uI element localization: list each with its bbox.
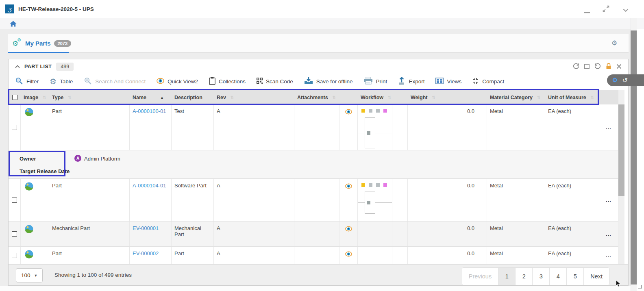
attachments-cell [294,179,339,221]
row-checkbox[interactable] [9,247,21,264]
table-row[interactable]: Part A-0000100-01 Test A 0.0 Metal EA (e… [9,104,618,150]
pagination-page-4[interactable]: 4 [549,268,566,285]
table-row[interactable]: Mechanical Part EV-000001 Mechanical Par… [9,222,618,247]
unit-of-measure-cell: EA (each) [545,247,599,264]
part-image-cell [21,222,49,246]
home-icon[interactable] [10,21,17,28]
views-button[interactable]: Views [435,78,461,85]
expand-icon[interactable] [603,5,609,13]
filter-button[interactable]: Filter [15,77,39,86]
tab-my-parts-count-badge: 2073 [54,40,71,47]
row-actions-ellipsis[interactable]: ... [599,222,618,246]
part-name-link[interactable]: A-0000104-01 [133,182,166,189]
window-title: HE-TW-Release-2020-5 - UPS [18,6,94,12]
pagination-page-1[interactable]: 1 [498,268,515,285]
export-button[interactable]: Export [398,77,424,86]
row-checkbox[interactable] [9,104,21,150]
column-header-name[interactable]: Name▲ [130,95,172,100]
table-scrollbar-track[interactable] [618,90,624,264]
table-gear-icon: ⚙ [50,77,57,85]
table-footer: 100 ▼ Showing 1 to 100 of 499 entries Pr… [9,264,628,285]
search-connect-icon [84,77,92,86]
sync-icon[interactable] [573,63,579,69]
part-thumbnail-icon [25,250,33,258]
maximize-icon[interactable] [584,64,590,69]
quick-view-eye-icon[interactable] [339,104,358,150]
scan-code-button[interactable]: Scan Code [257,78,293,85]
sort-placeholder-icon: ⇅ [68,95,71,100]
row-actions-ellipsis[interactable]: ... [599,104,618,150]
close-icon[interactable] [616,64,622,69]
part-image-cell [21,179,49,221]
row-checkbox[interactable] [9,179,21,221]
pagination-next[interactable]: Next [583,268,609,285]
quick-view-eye-icon[interactable] [339,247,358,264]
part-name-link[interactable]: A-0000100-01 [133,108,166,114]
table-scrollbar-thumb[interactable] [618,104,624,196]
attachments-cell [294,222,339,246]
row-checkbox[interactable] [9,222,21,246]
sort-placeholder-icon: ⇅ [537,95,540,100]
tab-settings-gear-icon[interactable]: ⚙ [611,39,617,47]
pagination-page-2[interactable]: 2 [515,268,532,285]
reset-icon[interactable]: ↺ [622,77,627,84]
column-header-image[interactable]: Image⇅ [21,95,49,100]
unit-of-measure-cell: EA (each) [545,179,599,221]
page-size-dropdown[interactable]: 100 ▼ [16,268,43,282]
column-header-type[interactable]: Type⇅ [49,95,130,100]
part-name-link[interactable]: EV-000001 [133,225,159,231]
row-actions-ellipsis[interactable]: ... [599,179,618,221]
unit-of-measure-cell: EA (each) [545,222,599,246]
chevron-down-icon[interactable] [623,7,629,13]
table-row[interactable]: Part EV-000002 Part A 0.0 Metal EA (each… [9,247,618,264]
select-all-checkbox[interactable] [9,95,21,100]
reset-undo-icon[interactable] [594,63,601,69]
save-for-offline-button[interactable]: Save for offline [304,77,353,86]
print-button[interactable]: Print [364,77,387,86]
floating-settings-pill: ⚙ ↺ [607,74,644,86]
target-release-date-label: Target Release Date [20,168,70,174]
quick-view-eye-icon[interactable] [339,179,358,221]
column-header-rev[interactable]: Rev⇅ [214,95,294,100]
column-header-material-category[interactable]: Material Category⇅ [487,95,545,100]
pagination-previous[interactable]: Previous [462,268,498,285]
spacer-cell [392,247,408,264]
part-name-link[interactable]: EV-000002 [133,250,159,256]
workflow-status-squares [358,104,392,113]
sort-placeholder-icon: ⇅ [591,95,594,100]
table-row[interactable]: Part A-0000104-01 Software Part A 0.0 Me… [9,179,618,222]
collections-button[interactable]: Collections [209,77,246,86]
column-header-workflow[interactable]: Workflow⇅ [358,95,392,100]
compact-button[interactable]: Compact [472,78,504,85]
workflow-map-diagram [358,116,392,150]
quick-view-eye-icon[interactable] [339,222,358,246]
table-header-row: Image⇅ Type⇅ Name▲ Description Rev⇅ Atta… [9,90,618,104]
part-image-cell [21,247,49,264]
column-header-unit-of-measure[interactable]: Unit of Measure⇅ [545,95,599,100]
workflow-cell [358,179,392,221]
material-category-cell: Metal [487,247,545,264]
minimize-icon[interactable] [584,9,590,15]
tab-my-parts[interactable]: ⚙⚙ My Parts 2073 [12,34,71,52]
window-title-bar: ʒ HE-TW-Release-2020-5 - UPS [0,0,644,18]
expanded-detail-row: Owner A Admin Platform Target Release Da… [9,150,618,179]
lock-icon[interactable] [606,63,611,69]
attachments-cell [294,104,339,150]
pagination-page-3[interactable]: 3 [532,268,549,285]
column-header-weight[interactable]: Weight⇅ [408,95,487,100]
quick-view-button[interactable]: Quick View2 [157,78,198,85]
pagination-page-5[interactable]: 5 [566,268,583,285]
rev-cell: A [214,247,294,264]
part-list-count-badge: 499 [56,63,74,71]
resize-grip[interactable] [638,285,642,289]
row-actions-ellipsis[interactable]: ... [599,247,618,264]
table-button[interactable]: ⚙ Table [50,77,73,85]
spacer-cell [392,222,408,246]
export-icon [398,77,405,86]
column-header-attachments[interactable]: Attachments⇅ [294,95,339,100]
collapse-chevron-icon[interactable] [15,63,20,69]
description-cell: Mechanical Part [172,222,214,246]
column-header-description[interactable]: Description [172,95,214,100]
window-scrollbar-thumb[interactable] [631,30,637,284]
settings-gear-icon[interactable]: ⚙ [612,77,618,83]
